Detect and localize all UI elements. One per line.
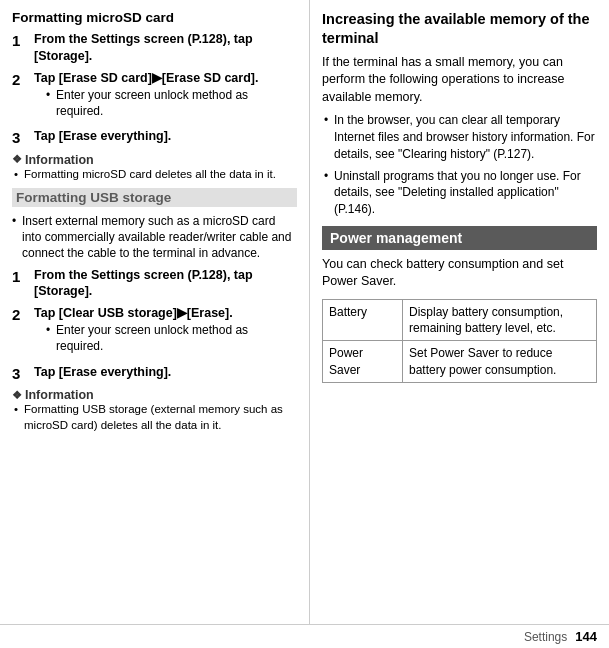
section2-intro: Insert external memory such as a microSD… — [22, 213, 297, 262]
footer-settings-label: Settings — [524, 630, 567, 644]
step3-num: 3 — [12, 128, 30, 148]
usb-step3-num: 3 — [12, 364, 30, 384]
section1-info: Information Formatting microSD card dele… — [12, 153, 297, 183]
right-section1-body: If the terminal has a small memory, you … — [322, 54, 597, 107]
section2-info-bullet: Formatting USB storage (external memory … — [24, 402, 297, 433]
step2-bullet: Enter your screen unlock method as requi… — [56, 87, 297, 119]
section1-info-title: Information — [12, 153, 297, 167]
table-cell-label: Power Saver — [323, 341, 403, 382]
left-column: Formatting microSD card 1 From the Setti… — [0, 0, 310, 624]
step3-text: Tap [Erase everything]. — [34, 128, 171, 145]
step1-text: From the Settings screen (P.128), tap [S… — [34, 31, 297, 65]
power-table: BatteryDisplay battery consumption, rema… — [322, 299, 597, 383]
right-column: Increasing the available memory of the t… — [310, 0, 609, 624]
page-container: Formatting microSD card 1 From the Setti… — [0, 0, 609, 624]
table-cell-desc: Set Power Saver to reduce battery power … — [403, 341, 597, 382]
step2-text: Tap [Erase SD card]▶[Erase SD card]. — [34, 70, 297, 87]
section2-title: Formatting USB storage — [12, 188, 297, 207]
step2-num: 2 — [12, 70, 30, 90]
usb-step2-row: 2 Tap [Clear USB storage]▶[Erase]. Enter… — [12, 305, 297, 358]
section1-title: Formatting microSD card — [12, 10, 297, 25]
right-bullet-2: Uninstall programs that you no longer us… — [334, 168, 597, 218]
footer: Settings 144 — [0, 624, 609, 648]
usb-step1-num: 1 — [12, 267, 30, 287]
usb-step1-text: From the Settings screen (P.128), tap [S… — [34, 267, 297, 301]
footer-page-number: 144 — [575, 629, 597, 644]
usb-step2-num: 2 — [12, 305, 30, 325]
table-row: Power SaverSet Power Saver to reduce bat… — [323, 341, 597, 382]
section2-info: Information Formatting USB storage (exte… — [12, 388, 297, 433]
step1-num: 1 — [12, 31, 30, 51]
step2-row: 2 Tap [Erase SD card]▶[Erase SD card]. E… — [12, 70, 297, 123]
step1-row: 1 From the Settings screen (P.128), tap … — [12, 31, 297, 65]
usb-step2-bullet: Enter your screen unlock method as requi… — [56, 322, 297, 354]
usb-step1-row: 1 From the Settings screen (P.128), tap … — [12, 267, 297, 301]
power-section-header: Power management — [322, 226, 597, 250]
table-cell-desc: Display battery consumption, remaining b… — [403, 299, 597, 340]
power-body: You can check battery consumption and se… — [322, 256, 597, 291]
usb-step3-text: Tap [Erase everything]. — [34, 364, 171, 381]
right-bullet-1: In the browser, you can clear all tempor… — [334, 112, 597, 162]
table-cell-label: Battery — [323, 299, 403, 340]
table-row: BatteryDisplay battery consumption, rema… — [323, 299, 597, 340]
right-section1-title: Increasing the available memory of the t… — [322, 10, 597, 48]
usb-step2-text: Tap [Clear USB storage]▶[Erase]. — [34, 305, 297, 322]
step3-row: 3 Tap [Erase everything]. — [12, 128, 297, 148]
section2-info-title: Information — [12, 388, 297, 402]
usb-step3-row: 3 Tap [Erase everything]. — [12, 364, 297, 384]
section1-info-bullet: Formatting microSD card deletes all the … — [24, 167, 297, 183]
